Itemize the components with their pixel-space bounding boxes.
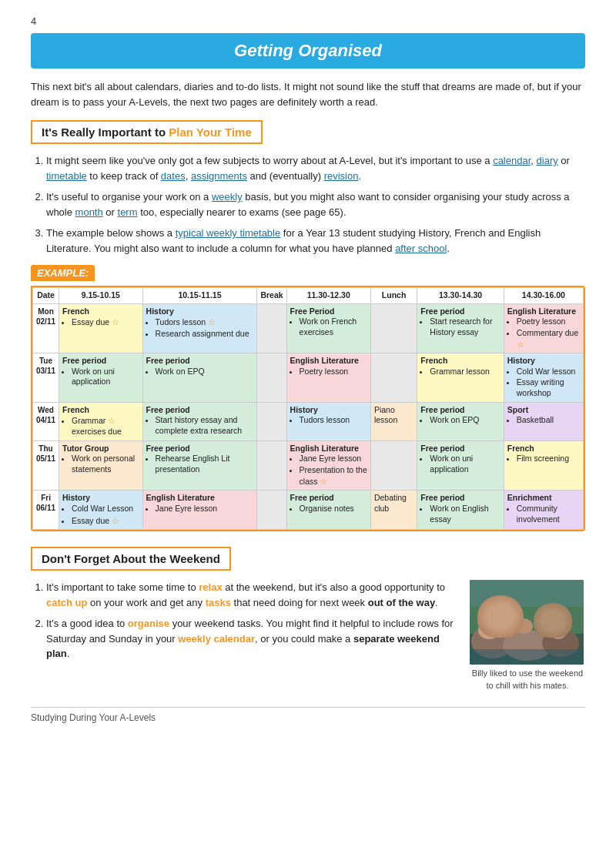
cell-wed-break xyxy=(257,402,286,440)
day-tue: Tue03/11 xyxy=(33,353,59,403)
example-container: EXAMPLE: Date 9.15-10.15 10.15-11.15 Bre… xyxy=(31,265,585,531)
table-row-thu: Thu05/11 Tutor GroupWork on personal sta… xyxy=(33,440,584,491)
svg-point-6 xyxy=(514,618,533,634)
table-row-mon: Mon02/11 FrenchEssay due ☆ HistoryTudors… xyxy=(33,303,584,353)
cell-thu-6: Free periodWork on uni application xyxy=(417,440,504,491)
svg-point-7 xyxy=(550,625,567,639)
svg-point-5 xyxy=(478,621,500,639)
page-number: 4 xyxy=(31,15,585,27)
col-1015: 10.15-11.15 xyxy=(142,288,257,304)
cell-wed-7: SportBasketball xyxy=(504,402,583,440)
day-fri: Fri06/11 xyxy=(33,491,59,530)
timetable-wrapper: Date 9.15-10.15 10.15-11.15 Break 11.30-… xyxy=(31,286,585,531)
section2-item-2: It's a good idea to organise your weeken… xyxy=(46,616,454,661)
cell-mon-1: FrenchEssay due ☆ xyxy=(59,303,143,353)
svg-rect-8 xyxy=(470,649,584,665)
section1-item-3: The example below shows a typical weekly… xyxy=(46,226,585,256)
weekend-image-box: Billy liked to use the weekendto chill w… xyxy=(470,580,585,692)
cell-fri-6: Free periodWork on English essay xyxy=(417,491,504,530)
cell-mon-4: Free PeriodWork on French exercises xyxy=(286,303,370,353)
cell-tue-lunch xyxy=(370,353,417,403)
text-out-of-way: out of the way xyxy=(368,597,435,608)
col-date: Date xyxy=(33,288,59,304)
cell-wed-2: Free periodStart history essay and compl… xyxy=(142,402,257,440)
weekend-section: It's important to take some time to rela… xyxy=(31,580,585,692)
section1-heading-plain: It's Really Important to xyxy=(42,126,169,139)
link-month: month xyxy=(75,206,103,218)
day-mon: Mon02/11 xyxy=(33,303,59,353)
text-relax: relax xyxy=(199,581,222,593)
timetable: Date 9.15-10.15 10.15-11.15 Break 11.30-… xyxy=(32,287,584,530)
cell-tue-7: HistoryCold War lessonEssay writing work… xyxy=(504,353,583,403)
cell-tue-4: English LiteraturePoetry lesson xyxy=(286,353,370,403)
billy-photo-svg xyxy=(470,580,584,665)
col-1430: 14.30-16.00 xyxy=(504,288,583,304)
table-row-tue: Tue03/11 Free periodWork on uni applicat… xyxy=(33,353,584,403)
section2-heading-highlight: Weekend xyxy=(169,552,220,565)
col-break: Break xyxy=(257,288,286,304)
link-diary: diary xyxy=(537,155,558,166)
header-banner: Getting Organised xyxy=(31,33,585,69)
cell-wed-6: Free periodWork on EPQ xyxy=(417,402,504,440)
section1-item-2: It's useful to organise your work on a w… xyxy=(46,189,585,219)
section2-heading: Don't Forget About the Weekend xyxy=(31,547,231,571)
cell-thu-1: Tutor GroupWork on personal statements xyxy=(59,440,143,491)
cell-fri-4: Free periodOrganise notes xyxy=(286,491,370,530)
cell-wed-lunch: Piano lesson xyxy=(370,402,417,440)
text-tasks: tasks xyxy=(206,597,231,608)
cell-thu-2: Free periodRehearse English Lit presenta… xyxy=(142,440,257,491)
link-term: term xyxy=(118,206,138,218)
cell-tue-1: Free periodWork on uni application xyxy=(59,353,143,403)
footer-text: Studying During Your A-Levels xyxy=(31,707,585,723)
link-calendar: calendar xyxy=(493,155,531,166)
link-assignments: assignments xyxy=(191,170,247,182)
cell-mon-6: Free periodStart research for History es… xyxy=(417,303,504,353)
cell-fri-break xyxy=(257,491,286,530)
text-catch-up: catch up xyxy=(46,597,87,608)
link-weekly: weekly xyxy=(212,191,243,203)
col-1330: 13.30-14.30 xyxy=(417,288,504,304)
cell-tue-break xyxy=(257,353,286,403)
link-typical-timetable: typical weekly timetable xyxy=(176,227,281,239)
cell-thu-4: English LiteratureJane Eyre lessonPresen… xyxy=(286,440,370,491)
cell-thu-lunch xyxy=(370,440,417,491)
col-915: 9.15-10.15 xyxy=(59,288,143,304)
billy-caption: Billy liked to use the weekendto chill w… xyxy=(470,668,585,692)
link-revision: revision xyxy=(324,170,359,182)
cell-thu-break xyxy=(257,440,286,491)
weekend-text: It's important to take some time to rela… xyxy=(31,580,454,671)
cell-fri-2: English LiteratureJane Eyre lesson xyxy=(142,491,257,530)
section1-item-1: It might seem like you've only got a few… xyxy=(46,153,585,183)
link-after-school: after school xyxy=(395,243,447,254)
table-row-wed: Wed04/11 FrenchGrammar ☆ exercises due F… xyxy=(33,402,584,440)
section2-heading-plain: Don't Forget About the xyxy=(42,552,169,565)
billy-photo xyxy=(470,580,584,665)
cell-tue-2: Free periodWork on EPQ xyxy=(142,353,257,403)
section2-list: It's important to take some time to rela… xyxy=(46,580,454,661)
section2-item-1: It's important to take some time to rela… xyxy=(46,580,454,610)
svg-rect-9 xyxy=(470,580,584,607)
section1-list: It might seem like you've only got a few… xyxy=(46,153,585,256)
text-organise: organise xyxy=(128,618,169,629)
section1-heading-highlight: Plan Your Time xyxy=(169,126,252,139)
text-weekly-calendar: weekly calendar xyxy=(178,633,255,645)
link-dates: dates xyxy=(161,170,186,182)
page-title: Getting Organised xyxy=(31,41,585,61)
link-timetable: timetable xyxy=(46,170,87,182)
cell-thu-7: FrenchFilm screening xyxy=(504,440,583,491)
col-lunch: Lunch xyxy=(370,288,417,304)
cell-tue-6: FrenchGrammar lesson xyxy=(417,353,504,403)
cell-fri-lunch: Debating club xyxy=(370,491,417,530)
cell-fri-7: EnrichmentCommunity involvement xyxy=(504,491,583,530)
col-1130: 11.30-12.30 xyxy=(286,288,370,304)
cell-wed-1: FrenchGrammar ☆ exercises due xyxy=(59,402,143,440)
intro-paragraph: This next bit's all about calendars, dia… xyxy=(31,79,585,109)
cell-mon-7: English LiteraturePoetry lessonCommentar… xyxy=(504,303,583,353)
section1-heading: It's Really Important to Plan Your Time xyxy=(31,120,263,144)
example-label: EXAMPLE: xyxy=(31,265,95,281)
day-wed: Wed04/11 xyxy=(33,402,59,440)
cell-mon-lunch xyxy=(370,303,417,353)
cell-mon-break xyxy=(257,303,286,353)
day-thu: Thu05/11 xyxy=(33,440,59,491)
cell-fri-1: HistoryCold War LessonEssay due ☆ xyxy=(59,491,143,530)
